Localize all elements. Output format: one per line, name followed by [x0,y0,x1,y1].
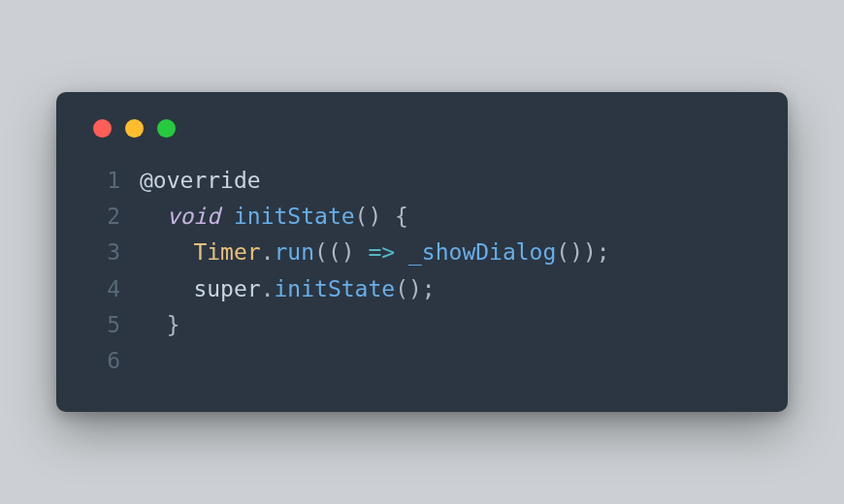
code-line: 6 [87,343,757,379]
code-line: 5 } [87,307,757,343]
code-block: 1@override2 void initState() {3 Timer.ru… [87,163,757,380]
token-annotation: @override [140,168,261,193]
line-content: @override [140,163,261,199]
code-line: 2 void initState() { [87,199,757,235]
line-content: } [140,307,180,343]
line-content: super.initState(); [140,271,436,307]
traffic-lights [93,119,757,138]
token-punct2: => [368,239,395,265]
line-content: void initState() { [140,199,408,235]
token-type: Timer [193,239,260,265]
token-punct: } [167,312,180,337]
token-punct: () { [355,204,408,229]
line-number: 6 [87,343,120,379]
token-punct: (() [314,239,368,265]
line-content: Timer.run(() => _showDialog()); [140,235,610,270]
token-method: run [275,239,315,265]
line-number: 2 [87,199,120,235]
token-method: _showDialog [408,239,556,265]
code-line: 4 super.initState(); [87,271,757,307]
token-default: super [193,276,260,301]
token-punct: ()); [556,239,609,265]
token-punct: . [261,276,275,301]
token-punct: (); [395,276,436,301]
token-method: initState [275,276,396,301]
code-window: 1@override2 void initState() {3 Timer.ru… [56,92,788,413]
code-line: 1@override [87,163,757,199]
line-number: 4 [87,271,120,307]
line-number: 5 [87,307,120,343]
token-punct: . [261,239,275,265]
line-number: 3 [87,235,120,270]
token-default [395,239,408,265]
zoom-icon[interactable] [157,119,176,138]
code-line: 3 Timer.run(() => _showDialog()); [87,235,757,270]
close-icon[interactable] [93,119,112,138]
minimize-icon[interactable] [125,119,144,138]
line-number: 1 [87,163,120,199]
token-keyword: void [167,204,220,229]
token-method: initState [234,204,355,229]
token-default [220,204,234,229]
